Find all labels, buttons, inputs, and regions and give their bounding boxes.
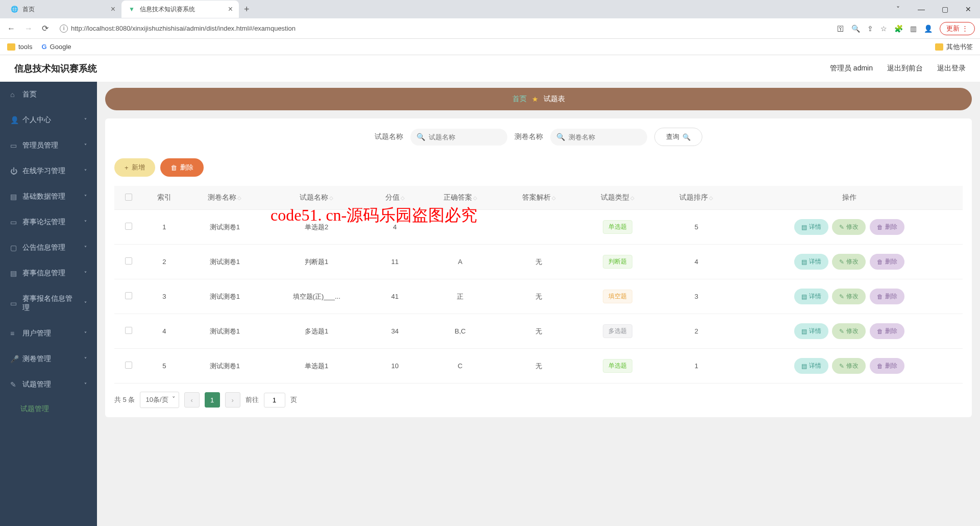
edit-button[interactable]: ✎修改 xyxy=(832,323,866,339)
sidebar-item-event[interactable]: ▤赛事信息管理˅ xyxy=(0,260,97,286)
doc-icon: ▤ xyxy=(801,258,807,266)
bookmark-tools[interactable]: tools xyxy=(7,43,32,51)
add-button[interactable]: +新增 xyxy=(114,158,155,177)
sidebar-item-signup[interactable]: ▭赛事报名信息管理˅ xyxy=(0,286,97,321)
breadcrumb-home[interactable]: 首页 xyxy=(512,94,527,104)
browser-tab-1[interactable]: ▼ 信息技术知识赛系统 × xyxy=(121,1,239,18)
row-checkbox[interactable] xyxy=(125,327,132,334)
vue-icon: ▼ xyxy=(128,5,136,13)
chevron-down-icon: ˅ xyxy=(84,194,87,200)
edit-button[interactable]: ✎修改 xyxy=(832,219,866,235)
row-checkbox[interactable] xyxy=(125,257,132,265)
doc-icon: ▤ xyxy=(801,293,807,300)
sidebar-item-study[interactable]: ⏻在线学习管理˅ xyxy=(0,158,97,184)
detail-button[interactable]: ▤详情 xyxy=(794,358,828,374)
back-button[interactable]: ← xyxy=(5,22,17,35)
detail-button[interactable]: ▤详情 xyxy=(794,254,828,270)
edit-button[interactable]: ✎修改 xyxy=(832,358,866,374)
doc-icon: ▤ xyxy=(801,328,807,335)
maximize-icon[interactable]: ▢ xyxy=(933,5,957,13)
detail-button[interactable]: ▤详情 xyxy=(794,219,828,235)
logout-button[interactable]: 退出登录 xyxy=(937,64,966,73)
close-window-icon[interactable]: ✕ xyxy=(957,5,980,13)
sidebar-item-forum[interactable]: ▭赛事论坛管理˅ xyxy=(0,209,97,235)
sidebar-item-users[interactable]: ≡用户管理˅ xyxy=(0,321,97,346)
extensions-icon[interactable]: 🧩 xyxy=(894,25,903,33)
edit-button[interactable]: ✎修改 xyxy=(832,254,866,270)
update-button[interactable]: 更新 ⋮ xyxy=(940,22,975,35)
query-button[interactable]: 查询 🔍 xyxy=(654,128,702,146)
sidebar-sub-question-mgmt[interactable]: 试题管理 xyxy=(0,397,97,421)
cell-question: 单选题1 xyxy=(264,349,369,384)
page-1-button[interactable]: 1 xyxy=(205,392,220,408)
search-icon[interactable]: 🔍 xyxy=(851,25,860,33)
chevron-down-icon[interactable]: ˅ xyxy=(886,5,910,13)
profile-icon[interactable]: 👤 xyxy=(924,25,933,33)
tab-title: 信息技术知识赛系统 xyxy=(140,5,195,14)
minimize-icon[interactable]: — xyxy=(910,5,933,13)
sidebar-item-basedata[interactable]: ▤基础数据管理˅ xyxy=(0,184,97,209)
page-size-select[interactable]: 10条/页 ˅ xyxy=(140,392,179,408)
close-icon[interactable]: × xyxy=(111,5,115,14)
sidebar-item-home[interactable]: ⌂首页 xyxy=(0,82,97,107)
detail-button[interactable]: ▤详情 xyxy=(794,323,828,339)
row-checkbox[interactable] xyxy=(125,362,132,369)
forward-button[interactable]: → xyxy=(22,22,35,35)
user-icon: 👤 xyxy=(10,116,17,124)
reload-button[interactable]: ⟳ xyxy=(40,21,51,35)
bookmark-google[interactable]: GGoogle xyxy=(41,43,71,51)
cell-index: 1 xyxy=(143,210,185,245)
user-label[interactable]: 管理员 admin xyxy=(830,64,873,73)
close-icon[interactable]: × xyxy=(228,5,233,14)
bookmark-icon[interactable]: ☆ xyxy=(880,25,887,33)
row-checkbox[interactable] xyxy=(125,223,132,230)
cell-analysis: 无 xyxy=(500,245,578,279)
goto-label: 前往 xyxy=(246,395,259,404)
col-paper: 测卷名称◇ xyxy=(185,186,264,210)
sidebar-item-notice[interactable]: ▢公告信息管理˅ xyxy=(0,235,97,260)
key-icon[interactable]: ⚿ xyxy=(837,25,844,33)
row-delete-button[interactable]: 🗑删除 xyxy=(870,254,904,270)
cell-answer xyxy=(421,210,499,245)
edit-button[interactable]: ✎修改 xyxy=(832,289,866,304)
detail-button[interactable]: ▤详情 xyxy=(794,289,828,304)
row-delete-button[interactable]: 🗑删除 xyxy=(870,323,904,339)
new-tab-button[interactable]: + xyxy=(239,4,255,15)
exit-front-button[interactable]: 退出到前台 xyxy=(887,64,923,73)
google-icon: G xyxy=(41,43,46,51)
sidebar: ⌂首页 👤个人中心˅ ▭管理员管理˅ ⏻在线学习管理˅ ▤基础数据管理˅ ▭赛事… xyxy=(0,82,97,526)
chevron-down-icon: ˅ xyxy=(84,169,87,174)
sidebar-item-paper[interactable]: 🎤测卷管理˅ xyxy=(0,346,97,372)
cell-paper: 测试测卷1 xyxy=(185,279,264,314)
next-page-button[interactable]: › xyxy=(225,392,240,408)
goto-page-input[interactable] xyxy=(264,393,285,408)
row-delete-button[interactable]: 🗑删除 xyxy=(870,289,904,304)
edit-icon: ✎ xyxy=(839,224,844,231)
share-icon[interactable]: ⇪ xyxy=(867,25,873,33)
trash-icon: 🗑 xyxy=(170,164,177,172)
url-bar[interactable]: i http://localhost:8080/xinxijishuzhishi… xyxy=(56,21,832,36)
chevron-down-icon: ˅ xyxy=(172,395,176,403)
prev-page-button[interactable]: ‹ xyxy=(184,392,200,408)
doc-icon: ▤ xyxy=(801,224,807,231)
browser-tab-0[interactable]: 🌐 首页 × xyxy=(4,1,121,18)
breadcrumb: 首页 ★ 试题表 xyxy=(105,88,972,110)
row-delete-button[interactable]: 🗑删除 xyxy=(870,358,904,374)
select-all-checkbox[interactable] xyxy=(125,194,132,201)
site-info-icon[interactable]: i xyxy=(60,25,68,33)
chevron-down-icon: ˅ xyxy=(84,301,87,306)
delete-button[interactable]: 🗑删除 xyxy=(160,158,204,177)
sidebar-item-personal[interactable]: 👤个人中心˅ xyxy=(0,107,97,133)
row-checkbox[interactable] xyxy=(125,292,132,299)
bookmark-other[interactable]: 其他书签 xyxy=(935,42,973,52)
sidebar-item-question[interactable]: ✎试题管理˅ xyxy=(0,372,97,397)
row-delete-button[interactable]: 🗑删除 xyxy=(870,219,904,235)
cell-type: 单选题 xyxy=(578,349,657,384)
mic-icon: 🎤 xyxy=(10,355,17,363)
cell-answer: A xyxy=(421,245,499,279)
sidepanel-icon[interactable]: ▥ xyxy=(910,25,917,33)
chevron-down-icon: ˅ xyxy=(84,331,87,337)
cell-order: 5 xyxy=(657,210,736,245)
sidebar-item-admin[interactable]: ▭管理员管理˅ xyxy=(0,133,97,158)
cell-paper: 测试测卷1 xyxy=(185,314,264,349)
